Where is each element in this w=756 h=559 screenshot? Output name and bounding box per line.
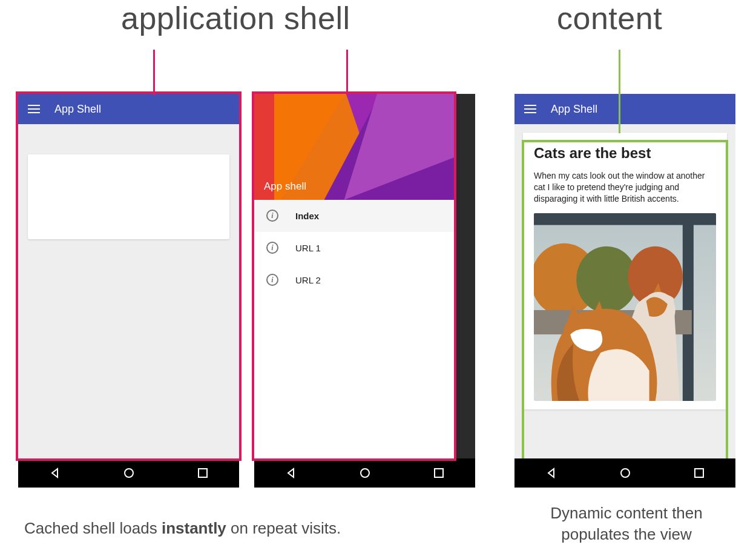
nav-drawer: App shell i Index i URL 1 i U: [254, 94, 454, 458]
android-nav-bar: [514, 458, 735, 488]
nav-recents-icon[interactable]: [197, 468, 208, 478]
drawer-item-url2[interactable]: i URL 2: [254, 264, 454, 296]
svg-rect-3: [435, 469, 443, 477]
article-image: [534, 213, 716, 401]
svg-point-13: [621, 469, 629, 477]
drawer-header: App shell: [254, 94, 454, 200]
drawer-item-url1[interactable]: i URL 1: [254, 232, 454, 264]
svg-point-0: [125, 469, 133, 477]
hamburger-icon[interactable]: [28, 105, 40, 113]
caption-content: Dynamic content then populates the view: [514, 503, 738, 545]
phone-content: App Shell Cats are the best When my cats…: [514, 94, 735, 488]
svg-point-8: [576, 246, 637, 313]
nav-home-icon[interactable]: [619, 467, 631, 479]
caption-shell-post: on repeat visits.: [226, 519, 341, 537]
article-body: When my cats look out the window at anot…: [534, 170, 716, 205]
app-bar-title: App Shell: [551, 103, 597, 116]
nav-back-icon[interactable]: [49, 467, 61, 479]
drawer-item-index[interactable]: i Index: [254, 200, 454, 232]
nav-recents-icon[interactable]: [694, 468, 705, 478]
info-icon: i: [266, 210, 278, 222]
drawer-item-label: Index: [295, 211, 319, 221]
nav-back-icon[interactable]: [285, 467, 297, 479]
content-placeholder-card: [28, 154, 229, 239]
connector-content: [619, 50, 620, 133]
drawer-item-label: URL 1: [295, 243, 321, 253]
app-bar: App Shell: [514, 94, 735, 124]
phone-shell-drawer: App shell i Index i URL 1 i U: [254, 94, 475, 488]
connector-shell-left: [153, 50, 155, 95]
nav-recents-icon[interactable]: [433, 468, 444, 478]
svg-rect-6: [683, 213, 694, 401]
app-bar-title: App Shell: [54, 103, 101, 116]
hamburger-icon[interactable]: [524, 105, 536, 113]
svg-rect-1: [199, 469, 207, 477]
info-icon: i: [266, 274, 278, 286]
drawer-list: i Index i URL 1 i URL 2: [254, 200, 454, 458]
android-nav-bar: [18, 458, 239, 488]
caption-shell-pre: Cached shell loads: [24, 519, 162, 537]
drawer-scrim[interactable]: [454, 94, 475, 458]
caption-shell: Cached shell loads instantly on repeat v…: [24, 518, 472, 539]
nav-home-icon[interactable]: [359, 467, 371, 479]
heading-application-shell: application shell: [121, 0, 350, 36]
article-card: Cats are the best When my cats look out …: [523, 133, 727, 409]
nav-home-icon[interactable]: [123, 467, 135, 479]
nav-back-icon[interactable]: [545, 467, 557, 479]
drawer-item-label: URL 2: [295, 275, 321, 285]
connector-shell-right: [346, 50, 348, 95]
svg-point-2: [361, 469, 369, 477]
info-icon: i: [266, 242, 278, 254]
article-title: Cats are the best: [534, 145, 716, 162]
android-nav-bar: [254, 458, 475, 488]
caption-shell-bold: instantly: [162, 519, 226, 537]
phone-shell-empty: App Shell: [18, 94, 239, 488]
svg-rect-14: [695, 469, 703, 477]
heading-content: content: [557, 0, 662, 36]
app-bar: App Shell: [18, 94, 239, 124]
drawer-header-label: App shell: [264, 180, 306, 193]
